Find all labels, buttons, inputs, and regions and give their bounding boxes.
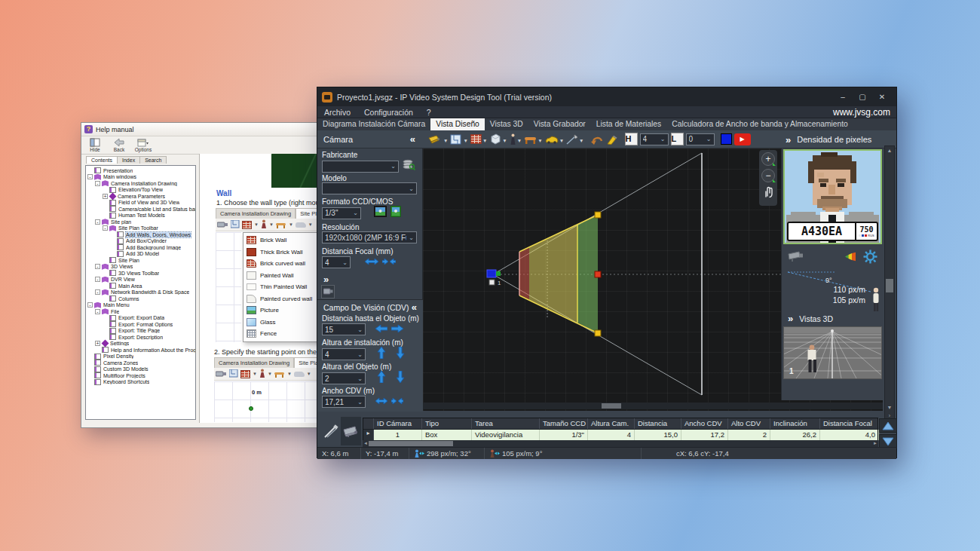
collapse-box-icon[interactable]: - (87, 174, 93, 179)
expand-strip-icon[interactable]: » (323, 274, 329, 285)
camera-height-select[interactable]: 4⌄ (640, 133, 669, 145)
scroll-down-icon[interactable]: ▼ (885, 405, 894, 410)
column-header-distancia[interactable]: Distancia (635, 418, 681, 429)
views3d-viewport[interactable]: 1 (783, 326, 882, 379)
tree-item-camera-parameters[interactable]: +Camera Parameters (86, 193, 195, 200)
pan-hand-icon[interactable] (763, 185, 774, 201)
tree-item-camera-cable-list-and-status-bar[interactable]: Camera/cable List and Status bar (86, 206, 195, 213)
lower-height-select[interactable]: 0⌄ (686, 133, 715, 145)
column-header-tipo[interactable]: Tipo (422, 418, 472, 429)
collapse-box-icon[interactable]: - (95, 277, 100, 282)
start-point-marker[interactable] (249, 406, 253, 411)
scroll-right-icon[interactable]: › (885, 413, 894, 418)
fov-cone-icon[interactable] (844, 251, 857, 265)
tree-item-help-and-information-about-the-program[interactable]: Help and Information About the Program (86, 347, 195, 354)
tree-item-keyboard-shortcuts[interactable]: Keyboard Shortcuts (86, 379, 195, 386)
column-header-tarea[interactable]: Tarea (472, 418, 540, 429)
tab-vista-grabador[interactable]: Vista Grabador (528, 118, 591, 130)
tab-contents[interactable]: Contents (86, 156, 118, 164)
expand-right-icon[interactable]: » (786, 134, 791, 145)
scroll-up-icon[interactable]: ▲ (885, 148, 894, 153)
table-data-row[interactable]: ▸1BoxVideovigilancia1/3"415,017,2226,24,… (363, 430, 877, 440)
zoom-out-button[interactable]: − (761, 169, 775, 182)
pen-line-tool[interactable]: ▼ (566, 134, 583, 145)
tree-item-site-plan[interactable]: Site Plan (86, 257, 195, 264)
collapse-box-icon[interactable]: - (95, 309, 100, 314)
column-header-distancia-focal[interactable]: Distancia Focal (820, 418, 879, 429)
arrow-narrow-icon[interactable] (391, 395, 403, 409)
tree-item-site-plan[interactable]: -Site plan (86, 219, 195, 225)
altura-objeto-select[interactable]: 2⌄ (322, 372, 366, 384)
tab-camera-installation-drawing[interactable]: Camera Installation Drawing (216, 208, 296, 219)
tree-item-human-test-models[interactable]: Human Test Models (86, 213, 195, 219)
tab-diagrama-instalaci-n-c-mara[interactable]: Diagrama Instalación Cámara (317, 118, 430, 130)
tree-item-network-bandwidth-disk-space[interactable]: -Network Bandwidth & Disk Space (86, 289, 195, 296)
collapse-box-icon[interactable]: - (87, 302, 93, 308)
column-header-altura-cam[interactable]: Altura Cam. (588, 418, 635, 429)
fov-handle-bottom[interactable] (595, 330, 601, 336)
tab-camera-installation-drawing[interactable]: Camera Installation Drawing (214, 357, 294, 368)
camera-3d-tool[interactable]: ▼ (427, 133, 448, 145)
ancho-cdv-select[interactable]: 17,21⌄ (322, 396, 366, 408)
canvas-hscrollbar[interactable] (423, 403, 883, 409)
arrow-up-icon[interactable] (377, 371, 386, 386)
tree-item-elevation-top-view[interactable]: Elevation/Top View (86, 187, 195, 194)
tree-item-custom-3d-models[interactable]: Custom 3D Models (86, 366, 195, 373)
tree-item-presentation[interactable]: Presentation (86, 167, 195, 174)
arrow-widen-icon[interactable] (375, 395, 387, 409)
tree-item-pixel-density[interactable]: Pixel Density (86, 354, 195, 360)
wall-menu-item-thin-painted-wall[interactable]: Thin Painted Wall (243, 281, 326, 293)
undo-tool[interactable] (591, 134, 604, 145)
tree-item-multifloor-projects[interactable]: Multifloor Projects (86, 372, 195, 379)
options-button[interactable]: Options (131, 137, 155, 152)
furniture-tool[interactable]: ▼ (524, 135, 542, 144)
color-swatch[interactable] (721, 133, 732, 145)
floor-plan-tool[interactable]: ▼ (450, 134, 467, 145)
collapse-box-icon[interactable]: - (103, 225, 108, 231)
tree-item-settings[interactable]: +Settings (86, 341, 195, 347)
collapse-left-icon[interactable]: « (410, 133, 415, 145)
car-tool[interactable]: ▼ (545, 135, 564, 144)
column-header-tama-o-ccd[interactable]: Tamaño CCD (540, 418, 588, 429)
row-up-button[interactable] (879, 418, 897, 433)
tree-item-export-description[interactable]: Export: Description (86, 334, 195, 341)
tab-calculadora-de-ancho-de-banda-y-almacenamiento[interactable]: Calculadora de Ancho de banda y Almacena… (666, 118, 853, 130)
arrow-widen-icon[interactable] (365, 256, 378, 269)
brick-wall-tool[interactable]: ▼ (470, 134, 487, 144)
tab-index[interactable]: Index (117, 156, 140, 164)
wall-menu-item-thick-brick-wall[interactable]: Thick Brick Wall (243, 246, 326, 259)
website-link[interactable]: www.jvsg.com (833, 107, 896, 118)
plan-palette-icon[interactable] (321, 285, 335, 298)
table-hscrollbar[interactable]: ◄ ► (363, 440, 878, 447)
tree-item-main-menu[interactable]: -Main Menu (86, 302, 195, 309)
tree-item-camera-installation-drawing[interactable]: -Camera Installation Drawing (86, 180, 195, 187)
fabricante-select[interactable]: ⌄ (322, 161, 399, 173)
tree-item-export-title-page[interactable]: Export: Title Page (86, 328, 195, 335)
tree-item-columns[interactable]: Columns (86, 295, 195, 302)
arrow-narrow-icon[interactable] (382, 256, 396, 269)
brush-tool[interactable] (606, 134, 618, 145)
altura-instalacion-select[interactable]: 4⌄ (322, 348, 366, 360)
wall-menu-item-fence[interactable]: Fence (243, 328, 326, 340)
arrow-down-icon[interactable] (396, 347, 405, 362)
database-search-icon[interactable] (403, 159, 415, 173)
collapse-box-icon[interactable]: - (95, 181, 100, 186)
tree-item-field-of-view-and-3d-view[interactable]: Field of View and 3D View (86, 200, 195, 207)
tree-item-camera-zones[interactable]: Camera Zones (86, 360, 195, 366)
expand-views3d-icon[interactable]: » (788, 313, 793, 324)
orientation-vertical-icon[interactable] (390, 206, 401, 220)
fov-handle-top[interactable] (595, 212, 601, 218)
hide-button[interactable]: Hide (83, 137, 107, 152)
distancia-focal-select[interactable]: 4⌄ (322, 256, 351, 268)
tree-item-add-3d-model[interactable]: Add 3D Model (86, 251, 195, 258)
video-tutorial-button[interactable]: ▶ (734, 133, 751, 145)
formato-select[interactable]: 1/3"⌄ (322, 207, 361, 219)
column-header-id-c-mara[interactable]: ID Cámara (374, 418, 422, 429)
wall-menu-item-glass[interactable]: Glass (243, 317, 326, 329)
column-header-inclinaci-n[interactable]: Inclinación (770, 418, 820, 429)
box-tool[interactable]: ▼ (489, 133, 507, 145)
collapse-box-icon[interactable]: - (95, 219, 100, 225)
maximize-button[interactable]: ▢ (853, 90, 872, 103)
zoom-in-button[interactable]: + (761, 152, 775, 166)
expand-box-icon[interactable]: + (95, 341, 100, 346)
